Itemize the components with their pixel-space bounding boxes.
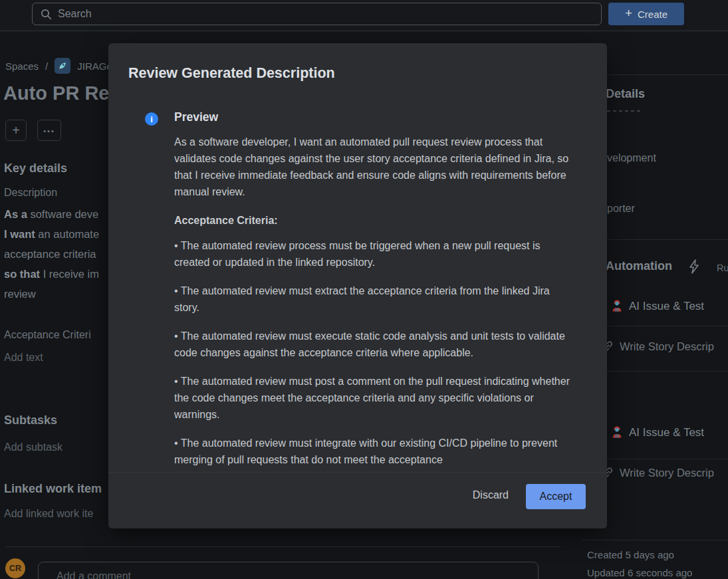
add-linked-work-item-placeholder[interactable]: Add linked work ite (4, 508, 93, 520)
automation-rule-label[interactable]: AI Issue & Test (629, 300, 704, 313)
description-line-bold: As a (4, 208, 27, 220)
create-button[interactable]: + Create (608, 3, 684, 25)
description-line: As a software deve (4, 208, 98, 221)
description-line-rest: review (4, 288, 36, 300)
subtasks-heading: Subtasks (4, 413, 57, 427)
key-details-heading: Key details (4, 162, 67, 175)
description-line-rest: acceptance criteria (4, 248, 96, 260)
breadcrumb: Spaces / JIRAGe (5, 58, 108, 74)
criteria-bullet: • The automated review must integrate wi… (174, 435, 577, 468)
comment-section-divider (5, 546, 560, 547)
description-line-rest: I receive im (40, 268, 99, 280)
info-icon: i (145, 112, 158, 126)
search-box[interactable] (32, 3, 602, 25)
add-text-placeholder[interactable]: Add text (4, 352, 43, 364)
criteria-bullet: • The automated review must execute stat… (174, 328, 577, 361)
description-line: acceptance criteria (4, 248, 96, 261)
agent-avatar-icon (611, 425, 623, 438)
search-icon (41, 9, 52, 20)
generated-description-paragraph: As a software developer, I want an autom… (174, 134, 577, 200)
user-avatar[interactable]: CR (5, 558, 25, 578)
rule-executions-fragment[interactable]: Ru (717, 263, 728, 273)
breadcrumb-project[interactable]: JIRAGe (77, 60, 108, 72)
breadcrumb-separator: / (45, 60, 48, 72)
description-line-bold: so that (4, 268, 40, 280)
modal-title: Review Generated Description (128, 65, 335, 82)
left-content-column: Spaces / JIRAGe Auto PR Rev + ••• Key de… (0, 31, 108, 579)
modal-footer: Discard Accept (108, 473, 607, 528)
add-button[interactable]: + (5, 120, 27, 141)
top-navigation-bar: + Create (0, 0, 728, 31)
description-line: so that I receive im (4, 268, 99, 281)
breadcrumb-spaces[interactable]: Spaces (5, 60, 39, 72)
description-line: review (4, 288, 36, 300)
add-subtask-placeholder[interactable]: Add subtask (4, 441, 62, 453)
lightning-bolt-icon[interactable] (688, 259, 700, 274)
description-line-rest: software deve (27, 208, 98, 220)
agent-avatar-icon (611, 299, 623, 312)
project-rocket-icon (55, 58, 70, 74)
review-generated-description-modal: Review Generated Description i Preview A… (108, 43, 607, 528)
plus-icon: + (625, 6, 632, 21)
accept-button[interactable]: Accept (526, 484, 586, 509)
created-timestamp: Created 5 days ago (587, 549, 674, 560)
automation-rule-label[interactable]: Write Story Descrip (620, 467, 714, 479)
acceptance-criteria-heading: Acceptance Criteria: (174, 213, 577, 228)
description-label: Description (4, 187, 57, 199)
automation-rule-label[interactable]: AI Issue & Test (629, 426, 704, 439)
more-actions-button[interactable]: ••• (37, 120, 61, 141)
details-heading: Details (606, 87, 645, 101)
comment-input[interactable]: Add a comment (38, 562, 539, 579)
automation-heading: Automation (606, 259, 672, 273)
linked-work-items-heading: Linked work item (4, 482, 102, 496)
clipped-text-fragment (607, 110, 643, 112)
automation-rule-label[interactable]: Write Story Descrip (620, 340, 714, 353)
search-input[interactable] (58, 8, 563, 20)
development-field-fragment: velopment (607, 152, 656, 164)
reporter-field-fragment: porter (607, 203, 635, 215)
description-line-bold: I want (4, 228, 35, 240)
modal-body[interactable]: Preview As a software developer, I want … (174, 110, 577, 473)
create-button-label: Create (638, 9, 667, 20)
acceptance-criteria-label: Acceptance Criteri (4, 329, 91, 341)
discard-button[interactable]: Discard (463, 484, 518, 507)
updated-timestamp: Updated 6 seconds ago (587, 567, 692, 578)
description-line: I want an automate (4, 228, 99, 241)
criteria-bullet: • The automated review must post a comme… (174, 373, 577, 423)
page-title: Auto PR Rev (3, 82, 108, 104)
criteria-bullet: • The automated review process must be t… (174, 237, 577, 271)
panel-divider (582, 540, 728, 540)
criteria-bullet: • The automated review must extract the … (174, 283, 577, 316)
preview-heading: Preview (174, 110, 577, 124)
description-line-rest: an automate (35, 228, 99, 240)
